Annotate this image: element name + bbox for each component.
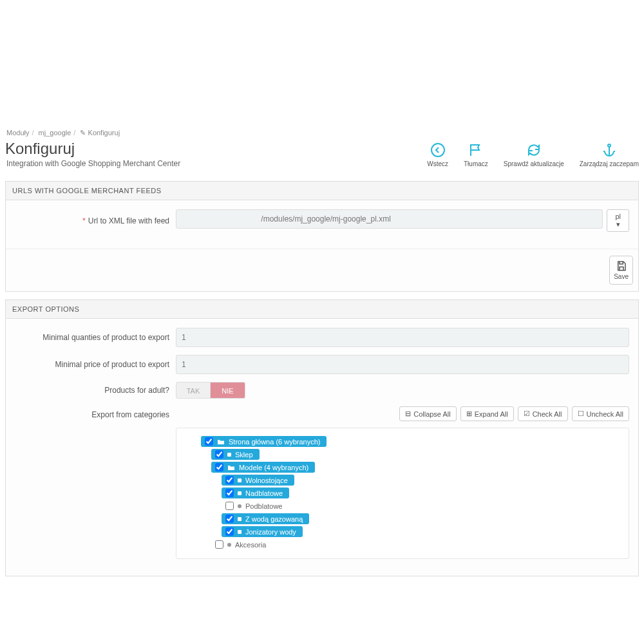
refresh-icon [526, 142, 542, 158]
crumb-modules[interactable]: Moduły [6, 129, 29, 137]
tree-node-modele[interactable]: Modele (4 wybranych) [211, 462, 315, 473]
crumb-configure: Konfiguruj [88, 129, 120, 137]
bullet-icon [238, 517, 242, 521]
save-button[interactable]: Save [609, 256, 633, 285]
tree-checkbox[interactable] [205, 437, 213, 446]
bullet-icon [238, 504, 242, 508]
panel-export-options: EXPORT OPTIONS Minimal quanties of produ… [5, 299, 639, 576]
arrow-left-circle-icon [430, 142, 446, 158]
min-qty-label: Minimal quanties of product to export [15, 333, 176, 342]
bullet-icon [238, 530, 242, 534]
tree-node-nadblatowe[interactable]: Nadblatowe [222, 488, 289, 498]
bullet-icon [227, 453, 231, 457]
tree-node-wolnostojace[interactable]: Wolnostojące [222, 475, 294, 486]
categories-tree: Strona główna (6 wybranych) Sklep Modele… [183, 436, 622, 551]
tree-node-root[interactable]: Strona główna (6 wybranych) [201, 436, 327, 447]
svg-point-1 [608, 144, 611, 147]
tree-checkbox[interactable] [225, 515, 234, 523]
min-price-input[interactable] [176, 355, 629, 374]
tree-node-jonizatory[interactable]: Jonizatory wody [222, 526, 303, 537]
panel-urls-title: URLS WITH GOOGLE MERCHANT FEEDS [6, 182, 638, 200]
uncheck-all-button[interactable]: ☐ Uncheck All [572, 406, 629, 421]
page-title: Konfiguruj [5, 140, 180, 158]
tree-node-akcesoria[interactable]: Akcesoria [211, 539, 272, 550]
tree-checkbox[interactable] [225, 502, 234, 510]
panel-export-title: EXPORT OPTIONS [6, 300, 638, 319]
save-icon [616, 260, 627, 272]
manage-hooks-button[interactable]: Zarządzaj zaczepam [580, 142, 639, 167]
tree-checkbox[interactable] [225, 489, 234, 497]
bullet-icon [238, 491, 242, 495]
adult-yes[interactable]: TAK [176, 382, 211, 399]
tree-node-sklep[interactable]: Sklep [211, 449, 260, 460]
check-all-button[interactable]: ☑ Check All [518, 406, 568, 421]
svg-point-0 [431, 144, 444, 156]
expand-all-button[interactable]: ⊞ Expand All [460, 406, 514, 421]
anchor-icon [601, 142, 617, 158]
breadcrumb: Moduły/ mj_google/ ✎ Konfiguruj [6, 129, 639, 137]
tree-checkbox[interactable] [225, 527, 234, 536]
crumb-module-name[interactable]: mj_google [39, 129, 71, 137]
language-selector[interactable]: pl ▾ [607, 209, 629, 232]
adult-label: Products for adult? [15, 386, 176, 395]
bullet-icon [227, 543, 231, 547]
xml-url-label: Url to XML file with feed [88, 216, 169, 225]
page-subtitle: Integration with Google Shopping Merchan… [6, 159, 180, 168]
bullet-icon [238, 478, 242, 482]
back-button[interactable]: Wstecz [427, 142, 448, 167]
min-qty-input[interactable] [176, 328, 629, 347]
tree-checkbox[interactable] [225, 476, 234, 484]
adult-switch[interactable]: TAK NIE [176, 382, 245, 399]
header-actions: Wstecz Tłumacz Sprawdź aktualizacje Zarz… [427, 140, 639, 167]
check-updates-button[interactable]: Sprawdź aktualizacje [504, 142, 564, 167]
xml-url-input[interactable] [176, 209, 603, 229]
adult-no[interactable]: NIE [211, 382, 245, 399]
collapse-all-button[interactable]: ⊟ Collapse All [399, 406, 456, 421]
folder-open-icon [227, 464, 235, 471]
categories-label: Export from categories [15, 406, 176, 419]
tree-checkbox[interactable] [215, 463, 223, 471]
translate-button[interactable]: Tłumacz [464, 142, 488, 167]
tree-checkbox[interactable] [215, 540, 223, 549]
panel-urls: URLS WITH GOOGLE MERCHANT FEEDS *Url to … [5, 181, 639, 292]
folder-open-icon [217, 439, 225, 445]
min-price-label: Minimal price of product to export [15, 360, 176, 369]
tree-checkbox[interactable] [215, 450, 223, 459]
tree-node-podblatowe[interactable]: Podblatowe [222, 500, 289, 511]
tree-node-zwoda[interactable]: Z wodą gazowaną [222, 513, 309, 524]
flag-icon [468, 142, 484, 158]
